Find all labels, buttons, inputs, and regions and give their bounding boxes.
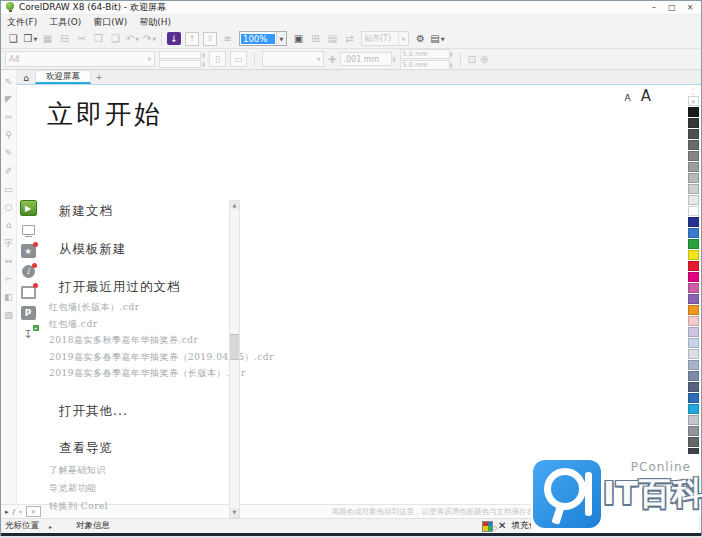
close-icon[interactable]: × bbox=[681, 2, 699, 14]
font-larger-button[interactable]: A bbox=[641, 87, 651, 105]
chevron-down-icon[interactable]: ▼ bbox=[135, 36, 139, 42]
palette-eyedropper-icon[interactable]: ∕ bbox=[13, 508, 15, 516]
chevron-down-icon[interactable]: ▼ bbox=[276, 32, 286, 45]
color-swatch-19[interactable] bbox=[688, 316, 699, 326]
paper-size-combo[interactable]: A4 ▼ bbox=[5, 51, 155, 67]
landscape-button[interactable]: ▭ bbox=[230, 51, 247, 67]
color-swatch-24[interactable] bbox=[688, 371, 699, 381]
polygon-tool[interactable]: ⌂ bbox=[1, 216, 16, 234]
need-help-tab[interactable]: i bbox=[22, 265, 35, 278]
page-width-field[interactable] bbox=[159, 51, 201, 59]
tab-welcome-screen[interactable]: 欢迎屏幕 bbox=[35, 70, 91, 84]
pick-tool[interactable]: ⇖ bbox=[1, 72, 16, 90]
treat-as-filled-button[interactable]: ⊡ bbox=[468, 54, 476, 65]
color-swatch-20[interactable] bbox=[688, 327, 699, 337]
chevron-down-icon[interactable]: ▼ bbox=[398, 32, 408, 45]
new-from-template-link[interactable]: 从模板新建 bbox=[59, 241, 127, 258]
recent-file-link[interactable]: 2019嘉实多春季嘉年华抽奖券（长版本）.cdr bbox=[49, 369, 274, 378]
connector-tool[interactable]: ⌐ bbox=[1, 270, 16, 288]
menu-item-3[interactable]: 帮助(H) bbox=[133, 15, 177, 29]
show-guidelines-button[interactable]: ⇄ bbox=[342, 31, 357, 46]
tour-link[interactable]: 了解基础知识 bbox=[49, 466, 108, 475]
open-button[interactable]: ❒▼ bbox=[23, 31, 38, 46]
chevron-down-icon[interactable]: ▼ bbox=[441, 36, 445, 42]
page-dimensions[interactable]: ▲▼ ▲▼ bbox=[159, 51, 205, 68]
show-grid-button[interactable]: ▤ bbox=[325, 31, 340, 46]
color-swatch-23[interactable] bbox=[688, 360, 699, 370]
color-swatch-27[interactable] bbox=[688, 404, 699, 414]
ellipse-tool[interactable]: ○ bbox=[1, 198, 16, 216]
product-details-tab[interactable]: P bbox=[21, 306, 36, 320]
redo-button[interactable]: ↷▼ bbox=[142, 31, 157, 46]
smart-fill-tool[interactable]: ▨ bbox=[1, 306, 16, 324]
updates-tab[interactable]: ↧+ bbox=[21, 327, 36, 341]
color-swatch-4[interactable] bbox=[688, 151, 699, 161]
recent-file-link[interactable]: 2018嘉实多秋季嘉年华抽奖券.cdr bbox=[49, 336, 274, 345]
workspace-tab[interactable] bbox=[21, 223, 36, 237]
fullscreen-preview-button[interactable]: ▣ bbox=[291, 31, 306, 46]
artistic-media-tool[interactable]: ✐ bbox=[1, 162, 16, 180]
color-swatch-28[interactable] bbox=[688, 415, 699, 425]
recent-file-link[interactable]: 2019嘉实多春季嘉年华抽奖券（2019.04.15）.cdr bbox=[49, 353, 274, 362]
open-other-link[interactable]: 打开其他... bbox=[59, 403, 128, 420]
color-swatch-13[interactable] bbox=[688, 250, 699, 260]
color-swatch-0[interactable] bbox=[688, 107, 699, 117]
new-document-button[interactable]: ❑ bbox=[6, 31, 21, 46]
zoom-level-combo[interactable]: 100%▼ bbox=[239, 31, 287, 46]
maximize-icon[interactable]: □ bbox=[663, 2, 681, 14]
tour-link[interactable]: 转换到 Corel bbox=[49, 502, 108, 511]
copy-button[interactable]: ❐ bbox=[91, 31, 106, 46]
color-swatch-22[interactable] bbox=[688, 349, 699, 359]
color-swatch-25[interactable] bbox=[688, 382, 699, 392]
color-swatch-12[interactable] bbox=[688, 239, 699, 249]
duplicate-y-field[interactable]: 5.0 mm bbox=[400, 60, 450, 70]
shape-tool[interactable]: ◤ bbox=[1, 90, 16, 108]
get-started-tab[interactable]: ▶ bbox=[20, 200, 37, 216]
chevron-down-icon[interactable]: ▼ bbox=[152, 36, 156, 42]
nudge-field[interactable]: .001 mm bbox=[340, 52, 392, 66]
recent-file-link[interactable]: 红包墙(长版本）.cdr bbox=[49, 303, 274, 312]
color-swatch-8[interactable] bbox=[688, 195, 699, 205]
gallery-tab[interactable] bbox=[21, 285, 36, 299]
color-swatch-14[interactable] bbox=[688, 261, 699, 271]
text-tool[interactable]: 字 bbox=[1, 234, 16, 252]
snap-to-combo[interactable]: 贴齐(T)▼ bbox=[361, 31, 409, 46]
whats-new-tab[interactable]: ★ bbox=[21, 244, 36, 258]
chevron-down-icon[interactable]: ▼ bbox=[34, 36, 38, 42]
content-scrollbar[interactable]: ▲ ▼ bbox=[229, 200, 240, 518]
rectangle-tool[interactable]: ▭ bbox=[1, 180, 16, 198]
crop-tool[interactable]: ✂ bbox=[1, 108, 16, 126]
portrait-button[interactable]: ▯ bbox=[209, 51, 226, 67]
minimize-icon[interactable]: – bbox=[645, 2, 663, 14]
quick-customize-button[interactable]: ▤▼ bbox=[430, 31, 445, 46]
color-swatch-11[interactable] bbox=[688, 228, 699, 238]
color-swatch-3[interactable] bbox=[688, 140, 699, 150]
paste-button[interactable]: ❏ bbox=[108, 31, 123, 46]
options-button[interactable]: ⚙ bbox=[413, 31, 428, 46]
show-rulers-button[interactable]: ⊞ bbox=[308, 31, 323, 46]
menu-item-0[interactable]: 文件(F) bbox=[1, 15, 43, 29]
save-button[interactable]: ▦ bbox=[40, 31, 55, 46]
color-swatch-2[interactable] bbox=[688, 129, 699, 139]
app-launcher-button[interactable]: ≡ bbox=[220, 31, 235, 46]
color-swatch-6[interactable] bbox=[688, 173, 699, 183]
font-smaller-button[interactable]: A bbox=[625, 93, 631, 103]
interactive-fill-tool[interactable]: ◧ bbox=[1, 288, 16, 306]
page-height-field[interactable] bbox=[159, 60, 201, 68]
tour-link[interactable]: 导览新功能 bbox=[49, 484, 108, 493]
dimension-tool[interactable]: ↔ bbox=[1, 252, 16, 270]
color-swatch-7[interactable] bbox=[688, 184, 699, 194]
new-document-link[interactable]: 新建文档 bbox=[59, 203, 113, 220]
cut-button[interactable]: ✂ bbox=[74, 31, 89, 46]
freehand-tool[interactable]: ✎ bbox=[1, 144, 16, 162]
undo-button[interactable]: ↶▼ bbox=[125, 31, 140, 46]
menu-item-2[interactable]: 窗口(W) bbox=[87, 15, 133, 29]
export-button[interactable]: ↑ bbox=[185, 32, 199, 46]
add-button[interactable]: ⊕ bbox=[480, 54, 488, 65]
color-swatch-18[interactable] bbox=[688, 305, 699, 315]
color-swatch-21[interactable] bbox=[688, 338, 699, 348]
color-swatch-29[interactable] bbox=[688, 426, 699, 436]
print-button[interactable]: ⊟ bbox=[57, 31, 72, 46]
import-button[interactable]: ↓ bbox=[167, 32, 181, 45]
color-swatch-26[interactable] bbox=[688, 393, 699, 403]
